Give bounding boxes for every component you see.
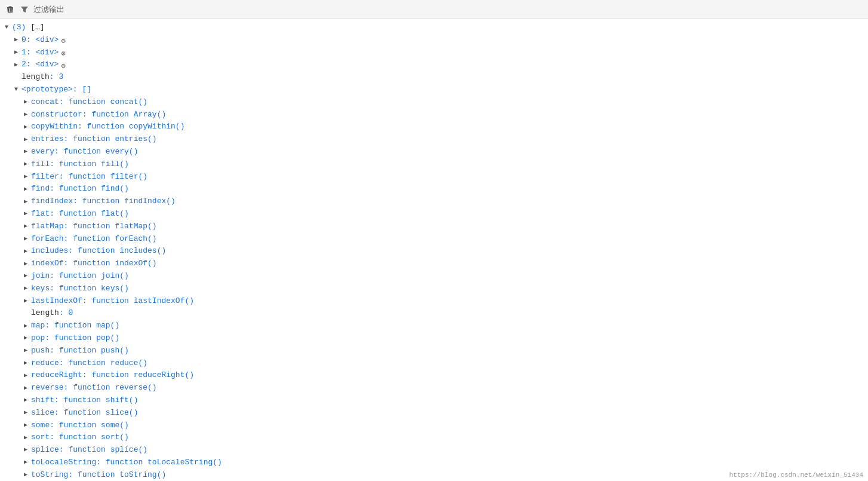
list-item: find: function find() bbox=[0, 183, 868, 195]
list-item: slice: function slice() bbox=[0, 407, 868, 419]
tree-arrow[interactable] bbox=[24, 396, 31, 405]
list-item: reduceRight: function reduceRight() bbox=[0, 369, 868, 382]
list-item: sort: function sort() bbox=[0, 431, 868, 444]
tree-arrow[interactable] bbox=[24, 321, 31, 331]
tree-arrow[interactable] bbox=[24, 284, 31, 293]
list-item: copyWithin: function copyWithin() bbox=[0, 121, 868, 133]
gear-icon[interactable]: ⚙ bbox=[61, 61, 69, 69]
list-item: flatMap: function flatMap() bbox=[0, 220, 868, 233]
tree-content: (3) […] 0: <div>⚙1: <div>⚙2: <div>⚙lengt… bbox=[0, 19, 868, 481]
tree-arrow[interactable] bbox=[24, 172, 31, 182]
list-item: includes: function includes() bbox=[0, 245, 868, 258]
tree-arrow[interactable] bbox=[24, 147, 31, 157]
gear-icon[interactable]: ⚙ bbox=[61, 36, 69, 44]
tree-arrow[interactable] bbox=[24, 445, 31, 455]
delete-button[interactable] bbox=[5, 4, 16, 15]
tree-arrow[interactable] bbox=[14, 85, 21, 94]
filter-label: 过滤输出 bbox=[33, 4, 64, 15]
tree-arrow[interactable] bbox=[24, 433, 31, 443]
list-item: every: function every() bbox=[0, 146, 868, 158]
list-item: join: function join() bbox=[0, 270, 868, 283]
tree-arrow[interactable] bbox=[24, 296, 31, 306]
tree-arrow[interactable] bbox=[24, 346, 31, 356]
list-item: lastIndexOf: function lastIndexOf() bbox=[0, 295, 868, 308]
tree-rows: 0: <div>⚙1: <div>⚙2: <div>⚙length: 3<pro… bbox=[0, 34, 868, 481]
tree-arrow[interactable] bbox=[24, 359, 31, 368]
toolbar: 过滤输出 bbox=[0, 0, 868, 19]
list-item: constructor: function Array() bbox=[0, 109, 868, 121]
list-item: shift: function shift() bbox=[0, 394, 868, 407]
list-item: forEach: function forEach() bbox=[0, 233, 868, 246]
list-item: fill: function fill() bbox=[0, 158, 868, 171]
root-arrow[interactable] bbox=[5, 23, 12, 32]
filter-icon bbox=[20, 5, 29, 14]
tree-arrow[interactable] bbox=[24, 135, 31, 145]
list-item: <prototype>: [] bbox=[0, 84, 868, 96]
list-item: keys: function keys() bbox=[0, 283, 868, 295]
tree-arrow[interactable] bbox=[24, 222, 31, 231]
tree-arrow[interactable] bbox=[24, 234, 31, 244]
tree-arrow[interactable] bbox=[24, 384, 31, 393]
list-item: length: 3 bbox=[0, 71, 868, 84]
tree-arrow[interactable] bbox=[24, 421, 31, 430]
tree-arrow[interactable] bbox=[24, 209, 31, 219]
tree-arrow[interactable] bbox=[14, 35, 21, 45]
list-item: toLocaleString: function toLocaleString(… bbox=[0, 457, 868, 469]
tree-arrow[interactable] bbox=[24, 470, 31, 480]
tree-arrow[interactable] bbox=[24, 259, 31, 269]
tree-arrow[interactable] bbox=[24, 197, 31, 207]
tree-root[interactable]: (3) […] bbox=[0, 22, 868, 34]
tree-arrow[interactable] bbox=[24, 271, 31, 281]
list-item: reduce: function reduce() bbox=[0, 357, 868, 370]
list-item: flat: function flat() bbox=[0, 208, 868, 220]
tree-arrow[interactable] bbox=[24, 97, 31, 107]
tree-arrow[interactable] bbox=[24, 160, 31, 169]
list-item: concat: function concat() bbox=[0, 96, 868, 109]
tree-arrow[interactable] bbox=[24, 408, 31, 418]
list-item: push: function push() bbox=[0, 345, 868, 357]
list-item: 2: <div>⚙ bbox=[0, 59, 868, 71]
tree-arrow[interactable] bbox=[14, 60, 21, 70]
list-item: entries: function entries() bbox=[0, 133, 868, 146]
tree-arrow[interactable] bbox=[24, 110, 31, 120]
list-item: splice: function splice() bbox=[0, 444, 868, 457]
list-item: 1: <div>⚙ bbox=[0, 47, 868, 59]
list-item: length: 0 bbox=[0, 307, 868, 320]
gear-icon[interactable]: ⚙ bbox=[61, 48, 69, 57]
tree-arrow[interactable] bbox=[14, 48, 21, 57]
list-item: filter: function filter() bbox=[0, 171, 868, 183]
tree-arrow[interactable] bbox=[24, 122, 31, 132]
tree-arrow[interactable] bbox=[24, 247, 31, 256]
tree-arrow[interactable] bbox=[24, 333, 31, 343]
list-item: indexOf: function indexOf() bbox=[0, 258, 868, 270]
list-item: map: function map() bbox=[0, 320, 868, 332]
list-item: findIndex: function findIndex() bbox=[0, 195, 868, 208]
root-bracket: […] bbox=[30, 22, 44, 34]
root-label: (3) bbox=[12, 22, 30, 34]
tree-arrow[interactable] bbox=[24, 458, 31, 467]
list-item: some: function some() bbox=[0, 419, 868, 432]
tree-arrow[interactable] bbox=[24, 371, 31, 381]
watermark: https://blog.csdn.net/weixin_51434 bbox=[730, 471, 863, 479]
list-item: pop: function pop() bbox=[0, 332, 868, 345]
list-item: 0: <div>⚙ bbox=[0, 34, 868, 47]
list-item: reverse: function reverse() bbox=[0, 382, 868, 394]
tree-arrow[interactable] bbox=[24, 185, 31, 194]
